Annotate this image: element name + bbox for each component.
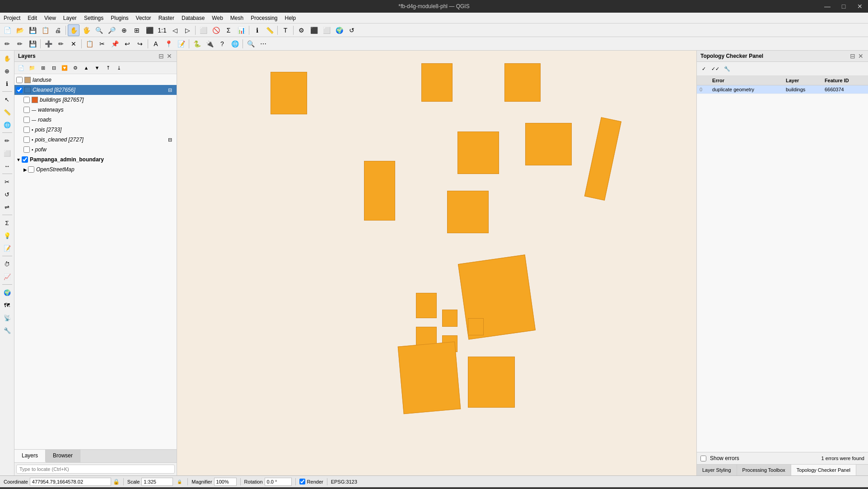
layer-visible-waterways[interactable]: [23, 107, 30, 113]
layer-item-roads[interactable]: — roads: [22, 115, 177, 125]
close-button[interactable]: ✕: [852, 0, 868, 13]
new-project-button[interactable]: 📄: [1, 24, 13, 36]
menu-item-database[interactable]: Database: [178, 13, 208, 24]
layer-visible-pois-cleaned[interactable]: [23, 136, 30, 143]
menu-item-vector[interactable]: Vector: [132, 13, 155, 24]
zoom-native-button[interactable]: 1:1: [156, 24, 168, 36]
move-to-bottom-button[interactable]: ⤓: [114, 63, 124, 73]
node-vtool[interactable]: ⬜: [1, 147, 13, 159]
edit-vtool[interactable]: ✏: [1, 135, 13, 146]
identify-vtool[interactable]: ℹ: [1, 78, 13, 89]
locate-input[interactable]: [16, 465, 175, 474]
coordinate-input[interactable]: [30, 478, 111, 486]
settings-button[interactable]: ⚙: [295, 24, 307, 36]
layer-visible-pampanga[interactable]: [22, 156, 28, 163]
menu-item-raster[interactable]: Raster: [155, 13, 178, 24]
locate-button[interactable]: 🔍: [245, 38, 257, 50]
menu-item-settings[interactable]: Settings: [80, 13, 107, 24]
plugin-button[interactable]: 🔌: [204, 38, 215, 50]
layer-item-pofw[interactable]: • pofw: [22, 145, 177, 155]
layer-visible-cleaned[interactable]: [16, 87, 23, 93]
copy-features-button[interactable]: 📋: [84, 38, 95, 50]
move-to-top-button[interactable]: ⤒: [103, 63, 113, 73]
zoom-last-button[interactable]: ◁: [169, 24, 181, 36]
pan-to-selection-button[interactable]: 🖐: [80, 24, 92, 36]
layer-item-osm[interactable]: ▶ OpenStreetMap: [22, 165, 177, 174]
layer-item-cleaned[interactable]: Cleaned [827656] ⊟: [14, 85, 177, 95]
print-layout-button[interactable]: 🖨: [52, 24, 64, 36]
zoom-in-button[interactable]: 🔍: [93, 24, 105, 36]
topology-close-button[interactable]: ✕: [857, 52, 864, 60]
minimize-button[interactable]: —: [819, 0, 835, 13]
menu-item-plugins[interactable]: Plugins: [107, 13, 132, 24]
toggle-edit-button[interactable]: ✏: [14, 38, 26, 50]
move-selection-up-button[interactable]: ▲: [81, 63, 91, 73]
measure-line-button[interactable]: 📏: [264, 24, 275, 36]
menu-item-view[interactable]: View: [41, 13, 60, 24]
tab-processing-toolbox[interactable]: Processing Toolbox: [737, 465, 791, 475]
touch-zoom-button[interactable]: ✋: [1, 52, 13, 64]
epsg-item[interactable]: EPSG:3123: [331, 479, 357, 484]
menu-item-processing[interactable]: Processing: [247, 13, 281, 24]
menu-item-mesh[interactable]: Mesh: [227, 13, 247, 24]
show-errors-checkbox[interactable]: [700, 456, 706, 461]
identify-button[interactable]: ℹ: [251, 24, 263, 36]
zoom-next-button[interactable]: ▷: [182, 24, 193, 36]
refresh-button[interactable]: ↺: [346, 24, 358, 36]
gps-vtool[interactable]: 📡: [1, 312, 13, 324]
filter-layers-button[interactable]: 🔽: [60, 63, 70, 73]
zoom-selection-button[interactable]: ⊞: [131, 24, 143, 36]
reverse-vtool[interactable]: ↔: [1, 160, 13, 172]
tab-topology-checker[interactable]: Topology Checker Panel: [791, 465, 856, 475]
add-feature-button[interactable]: ➕: [42, 38, 54, 50]
help-button[interactable]: ?: [216, 38, 228, 50]
elevation-vtool[interactable]: 📈: [1, 271, 13, 282]
layer-item-pampanga[interactable]: ▼ Pampanga_admin_boundary: [14, 155, 177, 165]
add-group-button[interactable]: 📁: [27, 63, 37, 73]
magnifier-input[interactable]: [214, 478, 237, 486]
layer-expand-osm[interactable]: ▶: [23, 167, 27, 172]
add-wms-vtool[interactable]: 🌐: [1, 119, 13, 131]
tab-browser[interactable]: Browser: [46, 450, 80, 462]
measure-vtool[interactable]: 📏: [1, 106, 13, 118]
cut-features-button[interactable]: ✂: [96, 38, 108, 50]
rotation-input[interactable]: [265, 478, 292, 486]
topology-validate-button[interactable]: ✓: [699, 64, 709, 74]
layer-item-waterways[interactable]: — waterways: [22, 105, 177, 115]
layer-expand-pampanga[interactable]: ▼: [16, 157, 21, 162]
map3d-vtool[interactable]: 🗺: [1, 299, 13, 311]
layer-button[interactable]: ⬛: [308, 24, 320, 36]
render-checkbox[interactable]: [299, 479, 305, 484]
annotation-button[interactable]: T: [280, 24, 291, 36]
tab-layer-styling[interactable]: Layer Styling: [697, 465, 737, 475]
current-edits-button[interactable]: ✏: [1, 38, 13, 50]
menu-item-help[interactable]: Help: [281, 13, 300, 24]
field-calc-vtool[interactable]: Σ: [1, 217, 13, 229]
layers-close-button[interactable]: ✕: [166, 52, 173, 60]
layer-options-pois-cleaned[interactable]: ⊟: [165, 135, 175, 145]
layer-options-cleaned[interactable]: ⊟: [165, 85, 175, 95]
layers-collapse-button[interactable]: ⊟: [158, 52, 165, 60]
save-edits-button[interactable]: 💾: [27, 38, 38, 50]
undo-button[interactable]: ↩: [121, 38, 133, 50]
offset-vtool[interactable]: ⇌: [1, 201, 13, 213]
maximize-button[interactable]: □: [835, 0, 852, 13]
layer-visible-pofw[interactable]: [23, 146, 30, 153]
scale-input[interactable]: [141, 478, 173, 486]
delete-selected-button[interactable]: ✕: [68, 38, 79, 50]
topology-collapse-button[interactable]: ⊟: [849, 52, 856, 60]
python-button[interactable]: 🐍: [191, 38, 203, 50]
split-vtool[interactable]: ✂: [1, 176, 13, 188]
layer-visible-roads[interactable]: [23, 117, 30, 123]
topology-configure-button[interactable]: 🔧: [722, 64, 732, 74]
label-pins-button[interactable]: 📍: [163, 38, 174, 50]
menu-item-web[interactable]: Web: [208, 13, 226, 24]
layer-item-pois[interactable]: • pois [2733]: [22, 125, 177, 135]
save-as-button[interactable]: 📋: [39, 24, 51, 36]
layer-visible-pois[interactable]: [23, 127, 30, 133]
layer-item-landuse[interactable]: landuse: [14, 75, 177, 85]
layer-visible-buildings[interactable]: [23, 97, 30, 103]
filter-expression-button[interactable]: ⚙: [70, 63, 80, 73]
statistics-button[interactable]: 📊: [235, 24, 247, 36]
redo-button[interactable]: ↪: [134, 38, 146, 50]
